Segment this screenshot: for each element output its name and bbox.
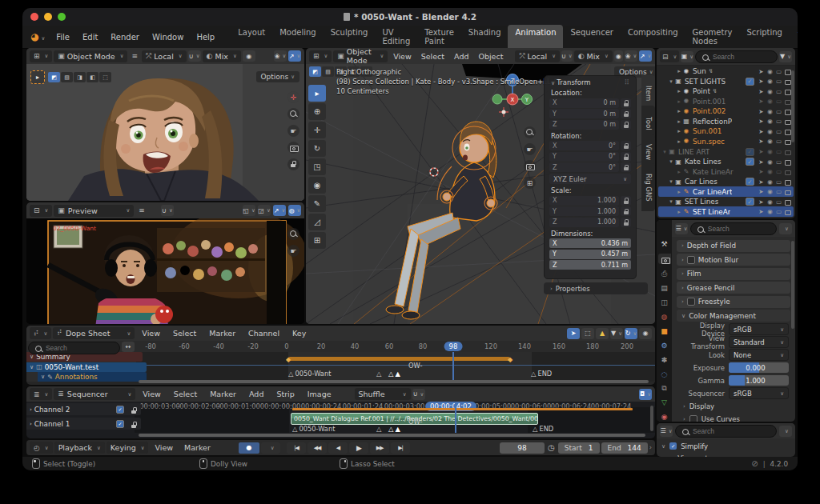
tab-sculpting[interactable]: Sculpting (324, 25, 376, 49)
select-icon[interactable]: ➤ (758, 118, 765, 125)
marker-selected[interactable]: △▲ (388, 370, 400, 378)
outliner-search[interactable] (695, 50, 778, 63)
channel-2-row[interactable]: ›Channel 2 ✓ (26, 403, 141, 415)
menu-select[interactable]: Select (167, 329, 202, 338)
minimize-window-button[interactable] (44, 13, 52, 21)
scale-x-field[interactable]: X1.000 (549, 196, 619, 206)
close-window-button[interactable] (30, 13, 38, 21)
tab-layout[interactable]: Layout (231, 25, 272, 49)
prev-keyframe-button[interactable]: ◀◀ (308, 442, 327, 454)
menu-marker[interactable]: Marker (204, 390, 242, 398)
collection-checkbox[interactable]: ✓ (746, 148, 754, 156)
view-transform-dropdown[interactable]: Standard (729, 336, 789, 348)
outliner-row-selected[interactable]: ▸✎SET LineAr➤◉▭ (658, 206, 794, 217)
grid-toggle-icon[interactable]: ⊞ (524, 177, 536, 189)
zoom-icon[interactable] (287, 228, 299, 240)
hide-icon[interactable]: ◉ (766, 108, 774, 115)
outliner-row[interactable]: ▸✺Sun↯➤◉▭ (658, 66, 794, 77)
channel-lock-icon[interactable] (128, 405, 138, 414)
gizmo-toggle-icon[interactable]: ↗ (639, 50, 652, 62)
simplify-row[interactable]: ∨ ✓ Simplify (661, 441, 789, 451)
mode-selector[interactable]: ▣Object Mode (54, 50, 127, 62)
dope-sheet-hscroll[interactable] (139, 380, 649, 383)
select-icon[interactable]: ➤ (758, 88, 765, 95)
outliner-row[interactable]: ▾▣Kate Lines✓➤◉▭ (658, 157, 794, 167)
snap-icon[interactable]: ∪ (188, 50, 201, 62)
gizmo-toggle-icon[interactable]: ↗ (288, 50, 301, 62)
outliner-row[interactable]: ▸▦ReflectionP➤◉▭ (658, 117, 794, 127)
menu-channel[interactable]: Channel (243, 329, 285, 338)
outliner-row[interactable]: ▸✺Sun.001➤◉▭ (658, 126, 794, 137)
overlay-toggle-icon[interactable]: ◘ (639, 389, 652, 400)
outliner-row[interactable]: ▸✎Kate LineAr➤◉▭ (658, 166, 794, 177)
location-x-field[interactable]: X0 m (549, 98, 619, 108)
properties2-search[interactable] (675, 425, 777, 438)
outliner-row[interactable]: ▸✺Point↯➤◉▭ (658, 86, 794, 97)
options-icon[interactable] (779, 426, 792, 437)
rotation-mode-dropdown[interactable]: XYZ Euler (549, 174, 631, 184)
start-frame-field[interactable]: Start1 (558, 442, 600, 454)
hide-icon[interactable]: ◉ (766, 68, 774, 75)
channel2-strip[interactable] (292, 408, 633, 410)
lock-view-icon[interactable] (287, 158, 299, 170)
editor-type-icon[interactable]: ⠞ (30, 327, 51, 339)
move-tool[interactable]: ✛ (308, 122, 326, 138)
rotation-y-field[interactable]: Y0° (549, 152, 619, 162)
modifiers-tab-icon[interactable]: ⚙ (658, 341, 671, 350)
menu-view[interactable]: View (136, 329, 166, 338)
snap-icon[interactable]: ∪ (412, 389, 425, 400)
select-icon[interactable]: ➤ (758, 168, 765, 175)
pivot-selector[interactable]: ◐Mix (574, 50, 613, 62)
scale-tool[interactable]: ◳ (308, 158, 326, 175)
tab-geometry-nodes[interactable]: Geometry Nodes (685, 25, 740, 49)
section-depth-of-field[interactable]: ›Depth of Field (677, 240, 790, 252)
menu-view[interactable]: View (137, 390, 167, 398)
marker-icon[interactable]: △ (376, 425, 381, 433)
tool-tab-icon[interactable]: ⚒ (658, 239, 671, 248)
viewport-disable-icon[interactable]: ▭ (775, 198, 782, 206)
scale-y-field[interactable]: Y1.000 (549, 206, 619, 216)
tab-texture-paint[interactable]: Texture Paint (417, 25, 461, 49)
camera-view-icon[interactable] (524, 160, 536, 172)
collection-checkbox[interactable]: ✓ (746, 198, 754, 206)
render-tab-icon[interactable] (658, 254, 671, 264)
collection-checkbox[interactable]: ✓ (746, 158, 754, 166)
channel-mute-checkbox[interactable]: ✓ (116, 420, 124, 428)
transform-panel-header[interactable]: ∨ Transform⠿ (551, 78, 629, 86)
render-disable-icon[interactable] (784, 98, 791, 105)
section-freestyle[interactable]: ›Freestyle (677, 296, 790, 308)
auto-keying-button[interactable]: ● (239, 442, 259, 454)
visibility-icon[interactable]: ❀ (625, 50, 637, 62)
outliner-row[interactable]: ▸✺Point.001➤◉▭ (658, 97, 794, 107)
camera-view-icon[interactable] (287, 142, 299, 154)
camera-view-canvas[interactable]: ▸ ◩ ▧ ◨ ◧ ⬚ Options ✛ ☛ (26, 64, 304, 201)
select-icon[interactable]: ➤ (758, 178, 765, 186)
render-disable-icon[interactable] (784, 78, 791, 85)
viewport-disable-icon[interactable]: ▭ (775, 138, 782, 145)
tab-shading[interactable]: Shading (461, 25, 508, 49)
outliner-row[interactable]: ▾▣LINE ART✓➤◉▭ (658, 146, 794, 157)
measure-tool[interactable]: ◿ (308, 214, 326, 230)
only-selected-icon[interactable]: ➤ (567, 328, 580, 339)
hide-icon[interactable]: ◉ (766, 178, 774, 186)
filter-icon[interactable]: ▼ (779, 51, 792, 62)
filter-icon[interactable]: ▼ (610, 328, 623, 339)
next-keyframe-button[interactable]: ▶▶ (370, 442, 389, 454)
lock-icon[interactable] (621, 109, 631, 118)
hide-icon[interactable]: ◉ (766, 88, 774, 95)
lock-icon[interactable] (621, 162, 631, 172)
menu-select[interactable]: Select (417, 52, 448, 61)
exposure-slider[interactable]: 0.000 (729, 362, 789, 373)
select-box-tool[interactable]: ▸ (308, 85, 326, 102)
tab-modeling[interactable]: Modeling (272, 25, 324, 49)
render-disable-icon[interactable] (784, 168, 791, 175)
use-curves-checkbox[interactable] (689, 415, 697, 422)
editor-type-icon[interactable]: ⊞ (309, 50, 332, 62)
menu-add[interactable]: Add (243, 390, 269, 398)
hide-icon[interactable]: ◉ (766, 188, 774, 195)
menu-file[interactable]: File (50, 33, 76, 42)
menu-strip[interactable]: Strip (271, 390, 299, 398)
render-disable-icon[interactable] (784, 148, 791, 155)
rotation-x-field[interactable]: X0° (549, 141, 619, 150)
hide-icon[interactable]: ◉ (766, 158, 774, 166)
